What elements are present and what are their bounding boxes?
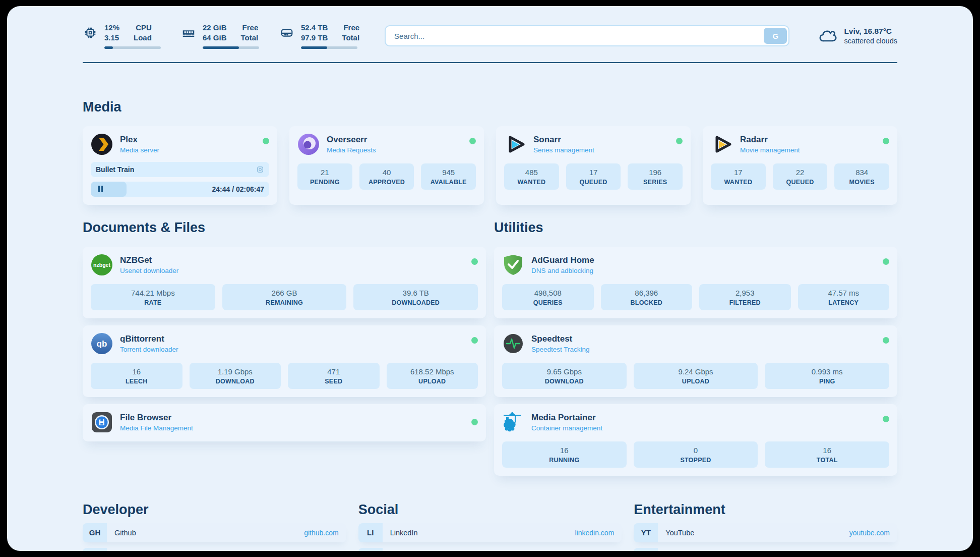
disk-free: 52.4 TB [301,23,328,33]
status-dot [676,138,683,144]
section-title-documents: Documents & Files [83,220,486,236]
card-radarr[interactable]: Radarr Movie management 17 WANTED 22 QUE… [703,126,897,205]
cloud-icon [819,28,837,43]
stat-wanted: 17 WANTED [711,163,766,190]
link-name: Github [114,529,136,537]
status-dot [471,258,478,265]
adguard-icon [502,254,524,276]
now-playing-row: Bullet Train [91,162,269,177]
card-adguard[interactable]: AdGuard Home DNS and adblocking 498,508 … [494,247,897,318]
stat-filtered: 2,953 FILTERED [699,284,791,310]
utilities-column: Utilities [494,220,897,476]
status-dot [883,416,889,422]
stat-downloaded: 39.6 TB DOWNLOADED [353,284,478,310]
stat-ping: 0.993 ms PING [765,363,889,389]
stat-total: 16 TOTAL [765,441,889,468]
stat-queued: 17 QUEUED [566,163,621,190]
section-title-media: Media [83,99,897,115]
portainer-icon [502,411,524,433]
svg-text:nzbget: nzbget [93,262,110,268]
cpu-icon [83,25,98,40]
stat-available: 945 AVAILABLE [421,163,476,190]
card-plex[interactable]: Plex Media server Bullet Train [83,126,277,205]
status-dot [469,138,476,144]
link-linkedin[interactable]: LI LinkedIn linkedin.com [358,523,622,542]
stat-queries: 498,508 QUERIES [502,284,594,310]
disk-icon [279,25,294,40]
weather-location-temp: Lviv, 16.87°C [844,27,897,36]
social-column: Social LI LinkedIn linkedin.com TW Twitt… [358,502,622,551]
documents-column: Documents & Files nzbget [83,220,486,476]
dashboard-page: 12% CPU 3.15 Load [7,6,973,551]
app-title: Radarr [740,135,800,145]
search-input[interactable] [386,26,762,45]
ram-stat: 22 GiB Free 64 GiB Total [181,23,259,49]
section-title-developer: Developer [83,502,346,518]
app-title: Plex [120,135,159,145]
card-qbittorrent[interactable]: qb qBittorrent Torrent downloader [83,325,486,397]
link-url: github.com [304,529,338,537]
app-title: Sonarr [533,135,594,145]
card-sonarr[interactable]: Sonarr Series management 485 WANTED 17 Q… [496,126,691,205]
stat-rate: 744.21 Mbps RATE [91,284,215,310]
developer-column: Developer GH Github github.com SO StackO… [83,502,346,551]
app-subtitle: Container management [531,424,602,432]
weather-widget[interactable]: Lviv, 16.87°C scattered clouds [819,27,897,45]
app-subtitle: Media server [120,146,159,154]
app-subtitle: Torrent downloader [120,346,178,353]
stat-series: 196 SERIES [628,163,683,190]
system-stats: 12% CPU 3.15 Load [83,23,359,49]
app-subtitle: Media File Management [120,424,193,432]
speedtest-icon [502,332,524,355]
svg-text:qb: qb [97,339,107,349]
link-tag: YT [634,523,658,542]
media-card-grid: Plex Media server Bullet Train [83,126,897,205]
link-twitter[interactable]: TW Twitter twitter.com [358,548,622,551]
link-name: LinkedIn [390,529,418,537]
ram-total: 64 GiB [203,33,227,43]
session-view-icon[interactable] [256,165,264,174]
disk-stat: 52.4 TB Free 97.9 TB Total [279,23,359,49]
card-speedtest[interactable]: Speedtest Speedtest Tracking 9.65 Gbps D… [494,325,897,397]
pause-icon[interactable] [98,186,103,192]
card-overseerr[interactable]: Overseerr Media Requests 21 PENDING 40 A… [289,126,484,205]
entertainment-column: Entertainment YT YouTube youtube.com NF … [634,502,897,551]
playback-progress-row[interactable]: 24:44 / 02:06:47 [91,182,269,197]
link-stackoverflow[interactable]: SO StackOverflow stackoverflow.com [83,548,346,551]
link-tag: GH [83,523,107,542]
search-engine-button[interactable]: G [764,28,787,44]
link-youtube[interactable]: YT YouTube youtube.com [634,523,897,542]
link-tag: SO [83,548,107,551]
card-nzbget[interactable]: nzbget NZBGet Usenet downloader 74 [83,247,486,318]
link-url: linkedin.com [575,529,615,537]
weather-condition: scattered clouds [844,37,897,45]
status-dot [263,138,269,144]
card-filebrowser[interactable]: File Browser Media File Management [83,404,486,441]
link-github[interactable]: GH Github github.com [83,523,346,542]
filebrowser-icon [91,411,113,433]
disk-progress [301,46,357,49]
link-netflix[interactable]: NF Netflix netflix.com [634,548,897,551]
app-subtitle: DNS and adblocking [531,267,594,274]
app-subtitle: Series management [533,146,594,154]
cpu-load: 3.15 [104,33,119,43]
status-dot [471,337,478,344]
overseerr-icon [297,133,320,155]
radarr-icon [711,133,733,155]
header: 12% CPU 3.15 Load [83,6,897,49]
header-divider [83,62,897,63]
ram-free: 22 GiB [203,23,227,33]
app-title: Overseerr [327,135,376,145]
plex-icon [91,133,113,155]
app-subtitle: Media Requests [327,146,376,154]
card-portainer[interactable]: Media Portainer Container management 16 … [494,404,897,476]
stat-download: 9.65 Gbps DOWNLOAD [502,363,627,389]
stat-seed: 471 SEED [288,363,380,389]
cpu-usage: 12% [104,23,119,33]
link-name: YouTube [665,529,694,537]
stat-leech: 16 LEECH [91,363,182,389]
app-subtitle: Usenet downloader [120,267,178,274]
nzbget-icon: nzbget [91,254,113,276]
app-title: File Browser [120,413,193,423]
search-bar: G [385,25,789,46]
